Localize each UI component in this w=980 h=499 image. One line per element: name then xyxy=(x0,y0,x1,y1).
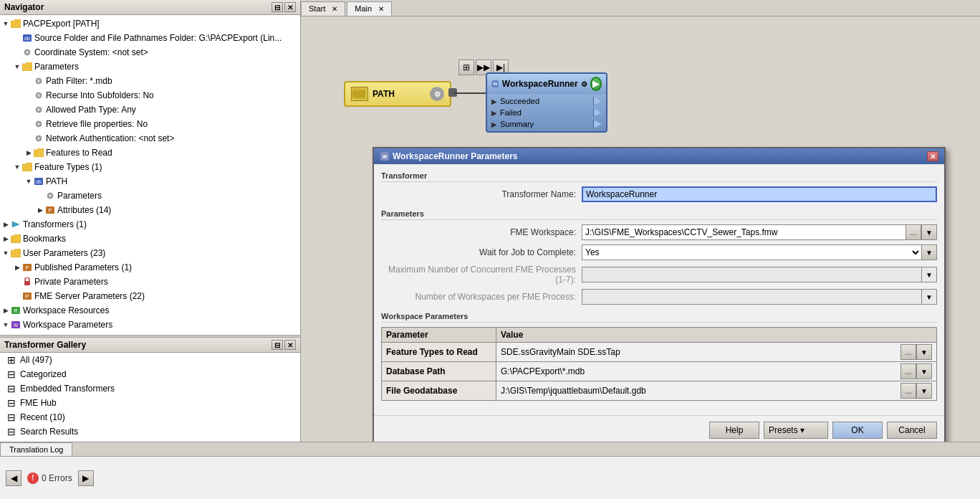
fme-workspace-browse-btn[interactable]: … xyxy=(905,224,921,240)
wait-job-select[interactable]: Yes No xyxy=(582,244,921,260)
tree-item-path_attrs[interactable]: ▶PAttributes (14) xyxy=(0,203,300,217)
svg-point-17 xyxy=(49,194,52,197)
num-workspaces-input[interactable] xyxy=(582,289,921,305)
max-concurrent-input[interactable] xyxy=(582,267,921,282)
tree-item-features[interactable]: ▶Features to Read xyxy=(0,146,300,160)
wp-value-2: J:\GIS\Temp\jquattlebaum\Default.gdb xyxy=(501,386,899,396)
gallery-item-5[interactable]: ⊟Search Results xyxy=(0,424,300,439)
max-concurrent-dropdown-btn[interactable]: ▼ xyxy=(921,267,937,282)
tree-arrow-features[interactable]: ▶ xyxy=(24,148,33,157)
tree-label-features: Features to Read xyxy=(46,148,112,158)
gallery-item-icon-5: ⊟ xyxy=(6,426,17,437)
tree-arrow-path_attrs[interactable]: ▶ xyxy=(36,206,44,214)
tab-translation-log[interactable]: Translation Log xyxy=(0,442,72,456)
tree-icon-param: P xyxy=(21,262,33,273)
modal-parameters-section: Parameters FME Workspace: … ▼ xyxy=(381,209,937,305)
workspace-params-table: Parameter Value Feature Types to ReadSDE… xyxy=(381,327,937,401)
gallery-restore-btn[interactable]: ⊟ xyxy=(272,340,283,350)
wait-job-dropdown-btn[interactable]: ▼ xyxy=(921,244,937,260)
tab-main[interactable]: Main ✕ xyxy=(347,1,392,16)
gallery-item-icon-1: ⊟ xyxy=(6,369,17,380)
gallery-item-3[interactable]: ⊟FME Hub xyxy=(0,396,300,410)
tree-label-path_node: PATH xyxy=(46,176,67,186)
tree-arrow-path_node[interactable]: ▼ xyxy=(24,177,33,186)
navigator-tree: ▼PACPExport [PATH]dbSource Folder and Fi… xyxy=(0,15,300,335)
svg-text:P: P xyxy=(25,293,29,300)
log-nav-next[interactable]: ▶ xyxy=(78,470,94,486)
tree-label-network: Network Authentication: <not set> xyxy=(46,133,174,143)
tree-item-userparams[interactable]: ▼User Parameters (23) xyxy=(0,246,300,260)
cancel-button[interactable]: Cancel xyxy=(887,422,937,439)
tree-item-source[interactable]: dbSource Folder and File Pathnames Folde… xyxy=(0,31,300,45)
navigator-restore-btn[interactable]: ⊟ xyxy=(272,2,283,12)
wp-dropdown-btn-0[interactable]: ▼ xyxy=(916,344,932,360)
navigator-header: Navigator ⊟ ✕ xyxy=(0,0,300,15)
gallery-item-4[interactable]: ⊟Recent (10) xyxy=(0,410,300,424)
num-workspaces-dropdown-btn[interactable]: ▼ xyxy=(921,289,937,305)
tree-item-fmeserver[interactable]: PFME Server Parameters (22) xyxy=(0,289,300,303)
fme-workspace-input[interactable] xyxy=(582,224,905,240)
tree-label-path_attrs: Attributes (14) xyxy=(57,205,111,215)
navigator-header-buttons: ⊟ ✕ xyxy=(272,2,296,12)
svg-text:db: db xyxy=(36,179,42,184)
modal-workspace-params-title: Workspace Parameters xyxy=(381,312,937,323)
tree-item-path_params[interactable]: Parameters xyxy=(0,189,300,203)
app-container: Navigator ⊟ ✕ ▼PACPExport [PATH]dbSource… xyxy=(0,0,980,499)
fme-workspace-dropdown-btn[interactable]: ▼ xyxy=(921,224,937,240)
tree-arrow-wsparams[interactable]: ▼ xyxy=(1,320,10,329)
tree-item-path_node[interactable]: ▼dbPATH xyxy=(0,174,300,189)
tree-arrow-recurse xyxy=(24,91,33,100)
tree-item-featuretypes[interactable]: ▼Feature Types (1) xyxy=(0,160,300,174)
workspace-runner-modal: W WorkspaceRunner Parameters ✕ Transform… xyxy=(373,147,946,442)
wp-browse-btn-0[interactable]: … xyxy=(900,344,916,360)
tree-arrow-bookmarks[interactable]: ▶ xyxy=(1,234,10,243)
tree-arrow-wsresources[interactable]: ▶ xyxy=(1,306,10,315)
tree-arrow-params[interactable]: ▼ xyxy=(13,62,21,71)
tree-arrow-transformers[interactable]: ▶ xyxy=(1,220,10,229)
tree-item-wsparams[interactable]: ▼WWorkspace Parameters xyxy=(0,318,300,332)
tree-item-network[interactable]: Network Authentication: <not set> xyxy=(0,131,300,146)
tree-arrow-publishedparams[interactable]: ▶ xyxy=(13,263,21,272)
modal-content: Transformer Transformer Name: Parameters xyxy=(374,164,944,415)
tree-item-recurse[interactable]: Recurse Into Subfolders: No xyxy=(0,88,300,103)
wp-dropdown-btn-1[interactable]: ▼ xyxy=(916,363,932,379)
ok-button[interactable]: OK xyxy=(832,422,883,439)
tree-icon-db: db xyxy=(33,176,44,187)
log-nav-prev[interactable]: ◀ xyxy=(6,470,21,486)
tree-item-params[interactable]: ▼Parameters xyxy=(0,60,300,74)
tree-item-coord[interactable]: Coordinate System: <not set> xyxy=(0,45,300,60)
wp-dropdown-btn-2[interactable]: ▼ xyxy=(916,383,932,399)
tab-start[interactable]: Start ✕ xyxy=(301,1,345,16)
tree-item-publishedparams[interactable]: ▶PPublished Parameters (1) xyxy=(0,260,300,275)
tab-main-close[interactable]: ✕ xyxy=(378,5,384,13)
tab-start-close[interactable]: ✕ xyxy=(332,5,337,13)
tree-label-pathfilter: Path Filter: *.mdb xyxy=(46,76,112,86)
tree-label-featuretypes: Feature Types (1) xyxy=(34,162,102,172)
tree-item-pathfilter[interactable]: Path Filter: *.mdb xyxy=(0,74,300,88)
tree-arrow-userparams[interactable]: ▼ xyxy=(1,249,10,257)
modal-close-btn[interactable]: ✕ xyxy=(927,151,938,161)
wp-table-row-2: File GeodatabaseJ:\GIS\Temp\jquattlebaum… xyxy=(382,381,937,401)
tree-arrow-coord xyxy=(13,48,21,57)
gallery-close-btn[interactable]: ✕ xyxy=(284,340,296,350)
gallery-item-2[interactable]: ⊟Embedded Transformers xyxy=(0,381,300,396)
tree-item-allowedpath[interactable]: Allowed Path Type: Any xyxy=(0,103,300,117)
tree-arrow-featuretypes[interactable]: ▼ xyxy=(13,163,21,171)
wp-browse-btn-2[interactable]: … xyxy=(900,383,916,399)
gallery-item-0[interactable]: ⊞All (497) xyxy=(0,353,300,367)
transformer-name-input[interactable] xyxy=(582,186,937,202)
tree-item-wsresources[interactable]: ▶RWorkspace Resources xyxy=(0,303,300,318)
svg-rect-23 xyxy=(24,281,30,285)
tree-icon-gear xyxy=(44,190,56,201)
navigator-close-btn[interactable]: ✕ xyxy=(284,2,296,12)
tree-arrow-root[interactable]: ▼ xyxy=(1,19,10,28)
tree-item-root[interactable]: ▼PACPExport [PATH] xyxy=(0,16,300,31)
gallery-item-1[interactable]: ⊟Categorized xyxy=(0,367,300,381)
tree-item-privateparams[interactable]: Private Parameters xyxy=(0,275,300,289)
tree-item-transformers[interactable]: ▶Transformers (1) xyxy=(0,217,300,232)
help-button[interactable]: Help xyxy=(709,422,759,439)
tree-item-retrieve[interactable]: Retrieve file properties: No xyxy=(0,117,300,131)
tree-item-bookmarks[interactable]: ▶Bookmarks xyxy=(0,232,300,246)
wp-browse-btn-1[interactable]: … xyxy=(900,363,916,379)
presets-button[interactable]: Presets ▾ xyxy=(764,422,828,439)
